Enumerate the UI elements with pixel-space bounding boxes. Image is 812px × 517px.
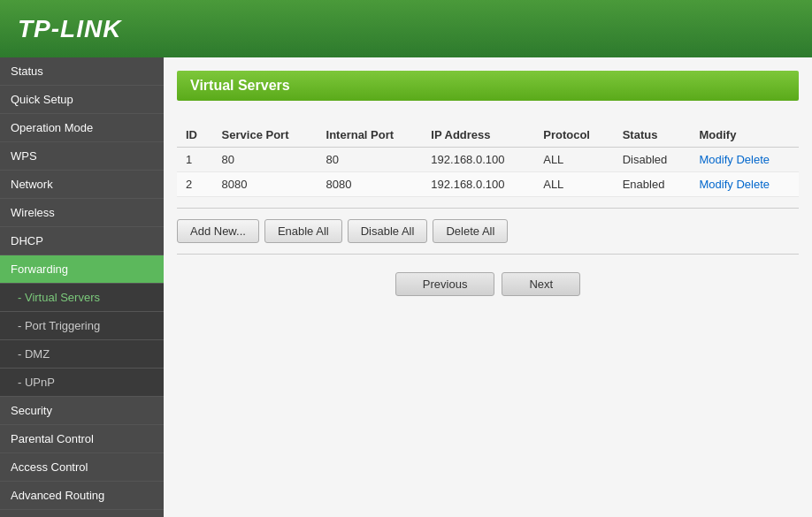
sidebar-item-status[interactable]: Status	[0, 57, 164, 86]
table-body: 18080192.168.0.100ALLDisabledModify Dele…	[177, 148, 799, 197]
sidebar-item-network[interactable]: Network	[0, 171, 164, 199]
divider-2	[177, 254, 799, 255]
col-header-internal-port: Internal Port	[318, 123, 423, 148]
table-row: 18080192.168.0.100ALLDisabledModify Dele…	[177, 148, 799, 172]
logo-text: TP-LINK	[18, 15, 121, 43]
table-row: 280808080192.168.0.100ALLEnabledModify D…	[177, 172, 799, 197]
cell-internal-port: 8080	[318, 172, 423, 197]
sidebar-item-quick-setup[interactable]: Quick Setup	[0, 86, 164, 114]
cell-modify: Modify Delete	[691, 148, 799, 172]
sidebar-item-dhcp[interactable]: DHCP	[0, 227, 164, 255]
col-header-ip-address: IP Address	[422, 123, 534, 148]
sidebar-item-operation-mode[interactable]: Operation Mode	[0, 114, 164, 142]
add-new-button[interactable]: Add New...	[177, 219, 259, 243]
cell-protocol: ALL	[534, 172, 613, 197]
col-header-status: Status	[614, 123, 691, 148]
sidebar-item-port-triggering[interactable]: - Port Triggering	[0, 312, 164, 340]
cell-ip-address: 192.168.0.100	[422, 172, 534, 197]
header: TP-LINK	[0, 0, 812, 57]
disable-all-button[interactable]: Disable All	[348, 219, 428, 243]
col-header-modify: Modify	[691, 123, 799, 148]
sidebar-item-advanced-routing[interactable]: Advanced Routing	[0, 482, 164, 510]
main-layout: StatusQuick SetupOperation ModeWPSNetwor…	[0, 57, 812, 517]
sidebar-item-wps[interactable]: WPS	[0, 142, 164, 171]
table-header: IDService PortInternal PortIP AddressPro…	[177, 123, 799, 148]
content-area: Virtual Servers IDService PortInternal P…	[164, 57, 812, 517]
delete-link[interactable]: Delete	[736, 153, 770, 166]
sidebar-item-upnp[interactable]: - UPnP	[0, 369, 164, 397]
cell-id: 1	[177, 148, 213, 172]
cell-service-port: 80	[213, 148, 318, 172]
divider-1	[177, 208, 799, 209]
sidebar-item-wireless[interactable]: Wireless	[0, 199, 164, 227]
next-button[interactable]: Next	[502, 272, 580, 296]
sidebar-item-security[interactable]: Security	[0, 397, 164, 425]
cell-status: Disabled	[614, 148, 691, 172]
sidebar-item-access-control[interactable]: Access Control	[0, 453, 164, 482]
col-header-id: ID	[177, 123, 213, 148]
cell-internal-port: 80	[318, 148, 423, 172]
sidebar-item-virtual-servers[interactable]: - Virtual Servers	[0, 284, 164, 312]
col-header-service-port: Service Port	[213, 123, 318, 148]
cell-id: 2	[177, 172, 213, 197]
enable-all-button[interactable]: Enable All	[264, 219, 342, 243]
modify-link[interactable]: Modify	[700, 153, 733, 166]
cell-protocol: ALL	[534, 148, 613, 172]
content-body: IDService PortInternal PortIP AddressPro…	[164, 101, 812, 318]
delete-all-button[interactable]: Delete All	[433, 219, 508, 243]
delete-link[interactable]: Delete	[736, 178, 770, 191]
virtual-servers-table: IDService PortInternal PortIP AddressPro…	[177, 123, 799, 197]
sidebar-item-forwarding[interactable]: Forwarding	[0, 255, 164, 284]
cell-service-port: 8080	[213, 172, 318, 197]
cell-modify: Modify Delete	[691, 172, 799, 197]
modify-link[interactable]: Modify	[700, 178, 733, 191]
sidebar-item-bandwidth-control[interactable]: Bandwidth Control	[0, 510, 164, 517]
table-header-row: IDService PortInternal PortIP AddressPro…	[177, 123, 799, 148]
page-title: Virtual Servers	[190, 78, 785, 94]
page-header: Virtual Servers	[177, 71, 799, 101]
sidebar-item-dmz[interactable]: - DMZ	[0, 340, 164, 369]
previous-button[interactable]: Previous	[395, 272, 495, 296]
col-header-protocol: Protocol	[534, 123, 613, 148]
cell-ip-address: 192.168.0.100	[422, 148, 534, 172]
sidebar-item-parental-control[interactable]: Parental Control	[0, 425, 164, 453]
action-buttons: Add New... Enable All Disable All Delete…	[177, 219, 799, 243]
cell-status: Enabled	[614, 172, 691, 197]
sidebar: StatusQuick SetupOperation ModeWPSNetwor…	[0, 57, 164, 517]
nav-buttons: Previous Next	[177, 272, 799, 305]
